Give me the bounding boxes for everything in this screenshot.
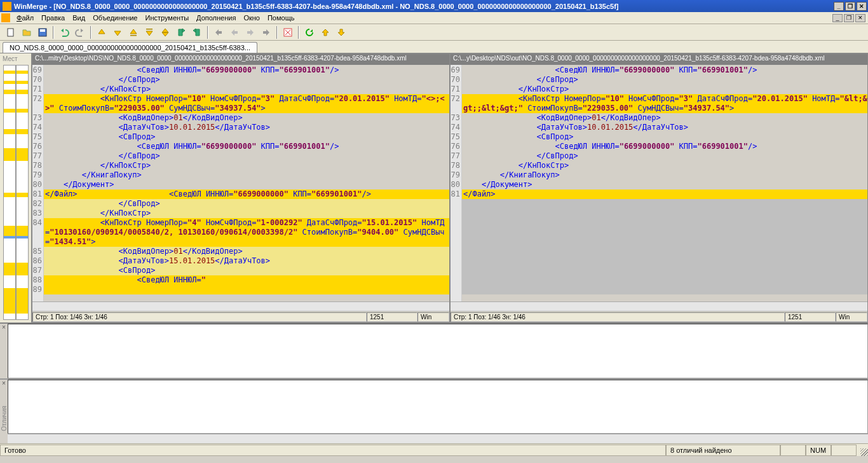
diff-prev-icon[interactable] <box>95 25 109 39</box>
right-eol: Win <box>836 312 867 322</box>
menu-help[interactable]: Помощь <box>264 13 299 23</box>
right-enc: 1251 <box>785 312 836 322</box>
left-gutter: 6970717273747576777879808182838485868788… <box>32 65 44 301</box>
status-scrl <box>831 445 857 456</box>
right-pane: C:\...y\Desktop\NDS\out\NO_NDS.8_0000_00… <box>450 53 868 322</box>
menu-merge[interactable]: Объединение <box>89 13 141 23</box>
statusbar: Готово 8 отличий найдено NUM <box>0 443 868 456</box>
merge-right-all-icon[interactable] <box>259 25 273 39</box>
diff-next2-icon[interactable] <box>142 25 156 39</box>
right-gutter: 69707172737475767778798081 <box>451 65 462 301</box>
bottom-close-1[interactable]: × <box>2 324 6 331</box>
left-code[interactable]: <СведЮЛ ИННЮЛ="6699000000" КПП="66990100… <box>44 65 449 301</box>
refresh-icon[interactable] <box>302 25 316 39</box>
svg-rect-0 <box>8 29 13 36</box>
bottom-close-2[interactable]: × <box>2 380 6 387</box>
save-icon[interactable] <box>36 25 50 39</box>
location-strip-right[interactable] <box>16 65 29 320</box>
menu-view[interactable]: Вид <box>69 13 89 23</box>
svg-rect-4 <box>146 29 153 30</box>
right-code[interactable]: <СведЮЛ ИННЮЛ="6699000000" КПП="66990100… <box>462 65 867 301</box>
menubar: Файл Правка Вид Объединение Инструменты … <box>0 12 868 24</box>
app-icon <box>3 2 11 11</box>
bottom-hscroll[interactable] <box>8 434 868 443</box>
close-button[interactable]: ✕ <box>857 2 867 11</box>
document-tabs: NO_NDS.8_0000_0000_0000000000000000000_2… <box>0 41 868 53</box>
highlight-icon[interactable] <box>281 25 295 39</box>
titlebar: WinMerge - [NO_NDS.8_0000_0000_000000000… <box>0 0 868 12</box>
menu-window[interactable]: Окно <box>240 13 264 23</box>
diff-prev2-icon[interactable] <box>126 25 140 39</box>
minimize-button[interactable]: _ <box>834 2 844 11</box>
location-pane[interactable]: Мест <box>0 53 32 322</box>
bottom-content-1[interactable] <box>8 324 868 378</box>
all-up-icon[interactable] <box>318 25 332 39</box>
window-title: WinMerge - [NO_NDS.8_0000_0000_000000000… <box>14 3 834 10</box>
left-eol: Win <box>417 312 449 322</box>
maximize-button[interactable]: ❐ <box>845 2 855 11</box>
merge-right-icon[interactable] <box>243 25 257 39</box>
status-cap <box>780 445 806 456</box>
copy-right-icon[interactable] <box>174 25 188 39</box>
menu-plugins[interactable]: Дополнения <box>193 13 240 23</box>
all-down-icon[interactable] <box>334 25 348 39</box>
left-status: Стр: 1 Поз: 1/46 Зн: 1/46 1251 Win <box>32 311 449 322</box>
left-pos: Стр: 1 Поз: 1/46 Зн: 1/46 <box>32 312 367 322</box>
right-pos: Стр: 1 Поз: 1/46 Зн: 1/46 <box>451 312 785 322</box>
location-label: Мест <box>3 55 18 62</box>
undo-icon[interactable] <box>57 25 71 39</box>
left-pane: C:\...mitry\Desktop\NDS\NO_NDS.8_0000_00… <box>32 53 450 322</box>
mdi-restore[interactable]: ❐ <box>844 14 854 22</box>
merge-left-all-icon[interactable] <box>212 25 226 39</box>
merge-left-icon[interactable] <box>227 25 241 39</box>
menu-edit[interactable]: Правка <box>37 13 69 23</box>
open-icon[interactable] <box>20 25 34 39</box>
right-path[interactable]: C:\...y\Desktop\NDS\out\NO_NDS.8_0000_00… <box>451 54 867 65</box>
menu-file[interactable]: Файл <box>13 13 37 23</box>
redo-icon[interactable] <box>73 25 87 39</box>
right-status: Стр: 1 Поз: 1/46 Зн: 1/46 1251 Win <box>451 311 867 322</box>
location-strip-left[interactable] <box>3 65 16 320</box>
left-path[interactable]: C:\...mitry\Desktop\NDS\NO_NDS.8_0000_00… <box>32 54 449 65</box>
left-enc: 1251 <box>367 312 417 322</box>
bottom-panels: × × Отличия <box>0 322 868 443</box>
left-hscroll[interactable] <box>32 301 449 311</box>
mdi-icon <box>1 13 10 22</box>
resize-grip[interactable] <box>857 445 868 456</box>
status-diffs: 8 отличий найдено <box>666 445 780 456</box>
bottom-content-2[interactable] <box>8 380 868 434</box>
document-tab[interactable]: NO_NDS.8_0000_0000_0000000000000000000_2… <box>3 42 257 53</box>
main-area: Мест C:\...mitry\Desktop\NDS\NO_NDS.8_00… <box>0 53 868 322</box>
bottom-label: Отличия <box>1 406 8 431</box>
copy-left-icon[interactable] <box>190 25 204 39</box>
right-hscroll[interactable] <box>451 301 867 311</box>
mdi-close[interactable]: ✕ <box>855 14 865 22</box>
diff-current-icon[interactable] <box>158 25 172 39</box>
menu-tools[interactable]: Инструменты <box>141 13 193 23</box>
mdi-minimize[interactable]: _ <box>832 14 843 22</box>
new-icon[interactable] <box>4 25 18 39</box>
status-ready: Готово <box>0 445 666 456</box>
svg-rect-3 <box>130 35 137 36</box>
toolbar <box>0 24 868 41</box>
status-num: NUM <box>806 445 831 456</box>
svg-rect-2 <box>40 29 45 32</box>
diff-next-icon[interactable] <box>111 25 125 39</box>
